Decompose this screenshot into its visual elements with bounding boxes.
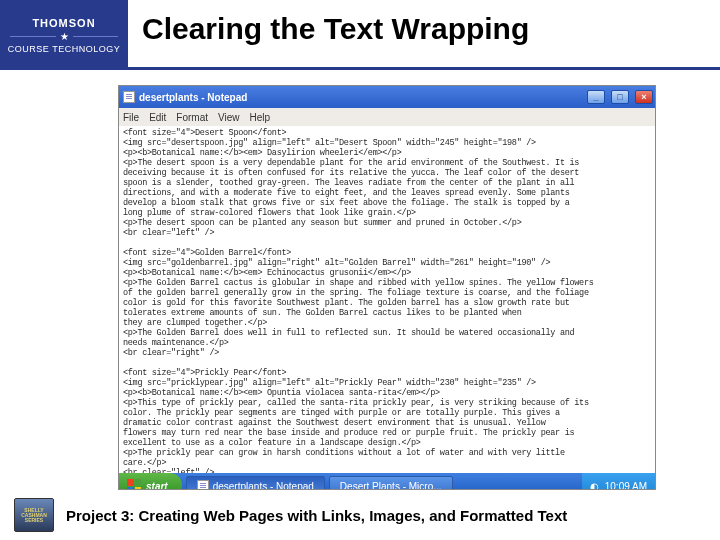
series-logo: SHELLYCASHMANSERIES (14, 498, 54, 532)
taskbar-item-label: Desert Plants - Micro... (340, 481, 442, 491)
close-button[interactable]: × (635, 90, 653, 104)
tray-time: 10:09 AM (605, 481, 647, 491)
taskbar-item-browser[interactable]: Desert Plants - Micro... (329, 476, 453, 490)
taskbar-item-notepad[interactable]: desertplants - Notepad (186, 476, 325, 490)
star-icon: ★ (60, 31, 69, 42)
menu-edit[interactable]: Edit (149, 112, 166, 123)
notepad-text-area[interactable]: <font size="4">Desert Spoon</font> <img … (119, 126, 655, 473)
notepad-icon (197, 480, 209, 490)
start-button[interactable]: start (119, 473, 182, 490)
windows-flag-icon (127, 479, 141, 490)
minimize-button[interactable]: _ (587, 90, 605, 104)
slide-footer-text: Project 3: Creating Web Pages with Links… (66, 507, 567, 524)
notepad-window: desertplants - Notepad _ □ × File Edit F… (118, 85, 656, 490)
window-title: desertplants - Notepad (139, 92, 247, 103)
taskbar: start desertplants - Notepad Desert Plan… (119, 473, 655, 490)
start-label: start (146, 481, 168, 491)
tray-icon: ◐ (590, 481, 599, 491)
menu-bar: File Edit Format View Help (119, 108, 655, 126)
menu-help[interactable]: Help (250, 112, 271, 123)
maximize-button[interactable]: □ (611, 90, 629, 104)
taskbar-item-label: desertplants - Notepad (213, 481, 314, 491)
notepad-icon (123, 91, 135, 103)
menu-file[interactable]: File (123, 112, 139, 123)
brand-name: THOMSON (32, 17, 95, 29)
slide-title: Clearing the Text Wrapping (128, 0, 529, 67)
menu-format[interactable]: Format (176, 112, 208, 123)
brand-subtitle: COURSE TECHNOLOGY (8, 44, 120, 54)
window-titlebar[interactable]: desertplants - Notepad _ □ × (119, 86, 655, 108)
system-tray[interactable]: ◐ 10:09 AM (582, 473, 655, 490)
menu-view[interactable]: View (218, 112, 240, 123)
thomson-logo: THOMSON ★ COURSE TECHNOLOGY (0, 0, 128, 70)
